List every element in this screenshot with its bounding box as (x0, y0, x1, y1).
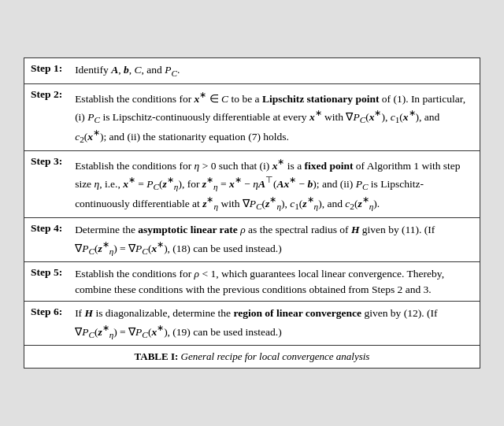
table-row: Step 2:Establish the conditions for x∗ ∈… (24, 83, 480, 150)
step-label: Step 5: (24, 262, 69, 302)
step-content: Establish the conditions for ρ < 1, whic… (69, 262, 480, 302)
step-label: Step 1: (24, 58, 69, 84)
step-content: Identify A, b, C, and PC. (69, 58, 480, 84)
table-row: Step 5:Establish the conditions for ρ < … (24, 262, 480, 302)
step-label: Step 6: (24, 302, 69, 346)
step-content: Establish the conditions for η > 0 such … (69, 150, 480, 217)
main-table: Step 1:Identify A, b, C, and PC.Step 2:E… (24, 57, 480, 369)
table-row: Step 3:Establish the conditions for η > … (24, 150, 480, 217)
step-content: Determine the asymptotic linear rate ρ a… (69, 217, 480, 261)
step-label: Step 4: (24, 217, 69, 261)
table-row: Step 4:Determine the asymptotic linear r… (24, 217, 480, 261)
step-content: Establish the conditions for x∗ ∈ C to b… (69, 83, 480, 150)
table-row: Step 1:Identify A, b, C, and PC. (24, 58, 480, 84)
steps-table: Step 1:Identify A, b, C, and PC.Step 2:E… (24, 58, 480, 345)
step-label: Step 2: (24, 83, 69, 150)
step-label: Step 3: (24, 150, 69, 217)
step-content: If H is diagonalizable, determine the re… (69, 302, 480, 346)
table-row: Step 6:If H is diagonalizable, determine… (24, 302, 480, 346)
table-caption: TABLE I: General recipe for local conver… (24, 345, 480, 368)
caption-label: TABLE I: (135, 350, 179, 362)
